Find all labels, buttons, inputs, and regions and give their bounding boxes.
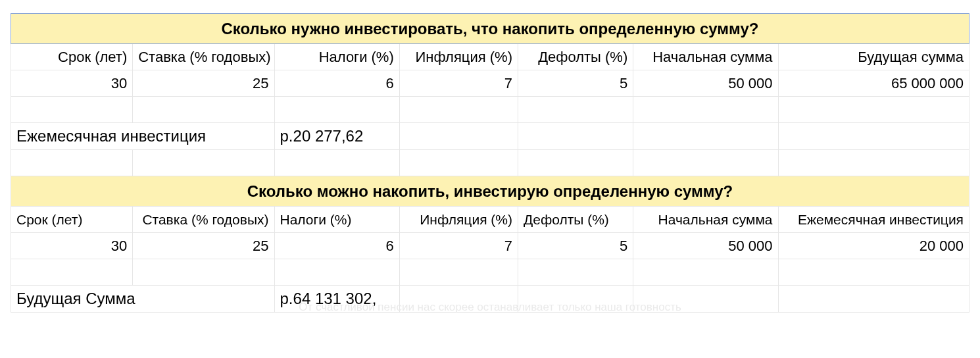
result-label-2: Будущая Сумма: [11, 286, 275, 313]
value2-term: 30: [11, 233, 133, 259]
header-inflation: Инфляция (%): [399, 44, 518, 70]
value2-inflation: 7: [399, 233, 518, 259]
header-future: Будущая сумма: [778, 44, 969, 70]
result-row-1: Ежемесячная инвестиция р.20 277,62: [11, 123, 969, 150]
result-value-2: р.64 131 302,: [274, 286, 399, 313]
title-row-2: Сколько можно накопить, инвестирую опред…: [11, 176, 969, 207]
value-taxes: 6: [274, 70, 399, 97]
header-initial: Начальная сумма: [633, 44, 778, 70]
header2-initial: Начальная сумма: [633, 207, 778, 233]
title-row-1: Сколько нужно инвестировать, что накопит…: [11, 14, 969, 44]
investment-table-1: Сколько нужно инвестировать, что накопит…: [11, 13, 969, 313]
empty-row-1b: [11, 150, 969, 176]
header2-defaults: Дефолты (%): [518, 207, 633, 233]
value2-defaults: 5: [518, 233, 633, 259]
value-defaults: 5: [518, 70, 633, 97]
header-defaults: Дефолты (%): [518, 44, 633, 70]
header2-monthly: Ежемесячная инвестиция: [778, 207, 969, 233]
title-1: Сколько нужно инвестировать, что накопит…: [11, 14, 969, 44]
header2-term: Срок (лет): [11, 207, 133, 233]
value2-initial: 50 000: [633, 233, 778, 259]
result-value-1: р.20 277,62: [274, 123, 399, 150]
header-row-1: Срок (лет) Ставка (% годовых) Налоги (%)…: [11, 44, 969, 70]
value-term: 30: [11, 70, 133, 97]
empty-row-1a: [11, 97, 969, 123]
value-initial: 50 000: [633, 70, 778, 97]
header2-inflation: Инфляция (%): [399, 207, 518, 233]
header-rate: Ставка (% годовых): [133, 44, 274, 70]
header2-taxes: Налоги (%): [274, 207, 399, 233]
value-future: 65 000 000: [778, 70, 969, 97]
value2-rate: 25: [133, 233, 274, 259]
header2-rate: Ставка (% годовых): [133, 207, 274, 233]
result-label-1: Ежемесячная инвестиция: [11, 123, 275, 150]
header-row-2: Срок (лет) Ставка (% годовых) Налоги (%)…: [11, 207, 969, 233]
values-row-1: 30 25 6 7 5 50 000 65 000 000: [11, 70, 969, 97]
value-inflation: 7: [399, 70, 518, 97]
value-rate: 25: [133, 70, 274, 97]
value2-monthly: 20 000: [778, 233, 969, 259]
title-2: Сколько можно накопить, инвестирую опред…: [11, 176, 969, 207]
result-row-2: Будущая Сумма р.64 131 302,: [11, 286, 969, 313]
header-term: Срок (лет): [11, 44, 133, 70]
value2-taxes: 6: [274, 233, 399, 259]
values-row-2: 30 25 6 7 5 50 000 20 000: [11, 233, 969, 259]
header-taxes: Налоги (%): [274, 44, 399, 70]
empty-row-2a: [11, 259, 969, 286]
